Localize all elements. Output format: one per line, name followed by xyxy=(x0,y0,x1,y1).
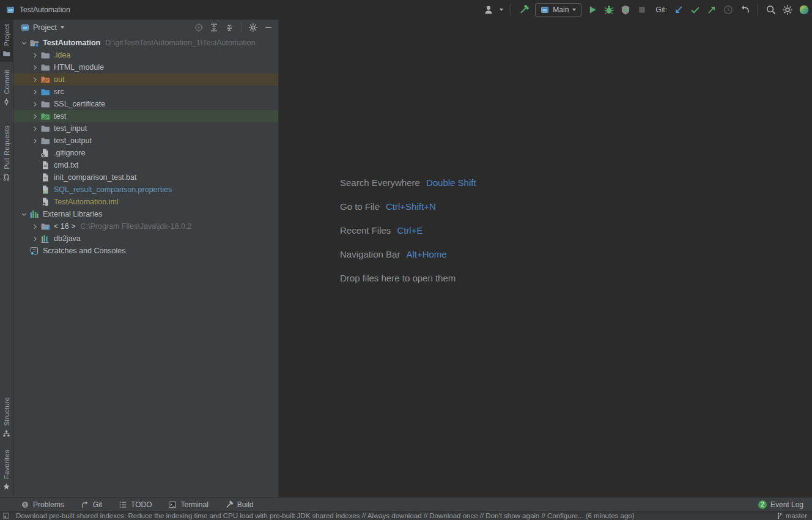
tree-item-sql-result-comparison-properties[interactable]: SQL_result_comparison.properties xyxy=(13,184,278,196)
toolwindow-button-label: Git xyxy=(93,500,102,509)
tree-item-src[interactable]: src xyxy=(13,86,278,98)
shortcut-keys: Ctrl+E xyxy=(397,225,423,236)
chevron-slot xyxy=(29,197,40,207)
run-config-selector[interactable]: Main xyxy=(535,3,581,17)
stripe-tab-label: Commit xyxy=(3,70,10,94)
project-view-caret-icon[interactable] xyxy=(61,26,64,29)
tree-item-label: init_comparison_test.bat xyxy=(54,173,137,182)
toolwindow-button-problems[interactable]: Problems xyxy=(21,500,64,509)
avatar-icon[interactable] xyxy=(799,4,810,15)
intellij-window: TestAutomation Main Git: xyxy=(0,0,812,520)
collapse-all-icon[interactable] xyxy=(224,23,234,32)
folder-icon xyxy=(40,124,50,133)
toolwindow-button-build[interactable]: Build xyxy=(225,500,254,509)
sidebar-item-structure[interactable]: Structure xyxy=(0,393,13,442)
tree-item-test[interactable]: test xyxy=(13,110,278,122)
chevron-right-icon[interactable] xyxy=(29,99,40,109)
tree-item-test-input[interactable]: test_input xyxy=(13,122,278,135)
git-update-icon[interactable] xyxy=(673,4,684,15)
tree-item-external-libraries[interactable]: External Libraries xyxy=(13,208,278,220)
search-icon[interactable] xyxy=(766,4,777,15)
chevron-down-icon[interactable] xyxy=(18,38,29,48)
tree-item-label: .idea xyxy=(54,51,70,59)
commit-icon xyxy=(2,98,10,106)
chevron-right-icon[interactable] xyxy=(29,87,40,97)
sidebar-item-commit[interactable]: Commit xyxy=(0,65,13,110)
tree-item-testautomation-iml[interactable]: TestAutomation.iml xyxy=(13,196,278,208)
chevron-right-icon[interactable] xyxy=(29,50,40,60)
tree-item-label: cmd.txt xyxy=(54,161,78,169)
chevron-right-icon[interactable] xyxy=(29,62,40,72)
tree-item-test-output[interactable]: test_output xyxy=(13,135,278,147)
tree-item-testautomation[interactable]: TestAutomationD:\gitTest\TestAutomation_… xyxy=(13,37,278,49)
event-log-badge: 2 xyxy=(758,500,767,509)
branch-name: master xyxy=(786,512,807,519)
tree-item-init-comparison-test-bat[interactable]: init_comparison_test.bat xyxy=(13,171,278,184)
chevron-right-icon[interactable] xyxy=(29,221,40,231)
sidebar-item-favorites[interactable]: Favorites xyxy=(0,445,13,495)
git-push-icon[interactable] xyxy=(706,4,717,15)
git-branch-widget[interactable]: master xyxy=(776,512,807,519)
chevron-right-icon[interactable] xyxy=(29,111,40,121)
test-folder-icon xyxy=(40,111,50,121)
tree-item-cmd-txt[interactable]: cmd.txt xyxy=(13,159,278,171)
chevron-right-icon[interactable] xyxy=(29,124,40,133)
settings-icon[interactable] xyxy=(782,4,793,15)
coverage-icon[interactable] xyxy=(620,4,631,15)
shortcut-hint-navigation-bar: Navigation BarAlt+Home xyxy=(340,248,476,260)
editor-shortcut-hints: Search EverywhereDouble ShiftGo to FileC… xyxy=(340,176,476,295)
panel-settings-icon[interactable] xyxy=(248,23,258,32)
status-message[interactable]: Download pre-built shared indexes: Reduc… xyxy=(16,512,635,519)
excluded-folder-icon xyxy=(40,75,50,84)
project-panel-header: Project xyxy=(13,20,278,35)
user-icon[interactable] xyxy=(483,4,494,15)
project-header-actions xyxy=(194,23,273,32)
git-toolwindow-icon xyxy=(81,500,89,509)
tree-item-idea[interactable]: .idea xyxy=(13,49,278,61)
git-commit-icon[interactable] xyxy=(690,4,701,15)
tree-item-out[interactable]: out xyxy=(13,73,278,86)
pull-requests-icon xyxy=(2,173,10,181)
chevron-slot xyxy=(29,148,40,158)
left-tool-stripe: ProjectCommitPull Requests StructureFavo… xyxy=(0,20,13,497)
build-hammer-icon[interactable] xyxy=(519,4,530,15)
event-log-button[interactable]: 2 Event Log xyxy=(758,500,803,509)
sidebar-item-pull-requests[interactable]: Pull Requests xyxy=(0,121,13,185)
hide-panel-icon[interactable] xyxy=(264,23,273,32)
project-panel: Project TestAutomationD:\gitTest\TestAut… xyxy=(13,20,279,497)
rollback-icon[interactable] xyxy=(739,4,750,15)
run-icon[interactable] xyxy=(587,4,598,15)
toolwindow-switcher-icon[interactable] xyxy=(2,512,10,519)
tree-item-ssl-certificate[interactable]: SSL_certificate xyxy=(13,98,278,110)
user-caret-icon[interactable] xyxy=(500,9,503,11)
chevron-down-icon[interactable] xyxy=(18,209,29,219)
tree-item-path: D:\gitTest\TestAutomation_1\TestAutomati… xyxy=(105,39,255,47)
project-folder-icon xyxy=(29,38,39,48)
sidebar-item-project[interactable]: Project xyxy=(0,20,13,62)
chevron-right-icon[interactable] xyxy=(29,75,40,84)
text-file-icon xyxy=(40,160,50,170)
tree-item-html-module[interactable]: HTML_module xyxy=(13,61,278,73)
tree-item-16[interactable]: < 16 >C:\Program Files\Java\jdk-16.0.2 xyxy=(13,220,278,232)
project-view-selector[interactable]: Project xyxy=(33,23,57,32)
expand-all-icon[interactable] xyxy=(209,23,219,32)
toolwindow-button-label: Problems xyxy=(33,500,64,509)
debug-icon[interactable] xyxy=(603,4,615,15)
tree-item-label: test_input xyxy=(54,124,87,133)
stripe-bottom-group: StructureFavorites xyxy=(0,393,13,495)
event-log-label: Event Log xyxy=(770,500,803,509)
tree-item-gitignore[interactable]: .gitignore xyxy=(13,147,278,159)
ignore-file-icon xyxy=(40,148,50,158)
chevron-right-icon[interactable] xyxy=(29,234,40,243)
toolwindow-button-todo[interactable]: TODO xyxy=(119,500,152,509)
chevron-right-icon[interactable] xyxy=(29,136,40,146)
tool-window-buttons: ProblemsGitTODOTerminalBuild xyxy=(21,500,270,509)
editor-area[interactable]: Search EverywhereDouble ShiftGo to FileC… xyxy=(279,20,812,497)
stripe-tab-label: Structure xyxy=(3,397,10,426)
build-icon xyxy=(225,500,234,509)
tree-item-db2java[interactable]: db2java xyxy=(13,232,278,245)
shortcut-action: Search Everywhere xyxy=(340,177,420,188)
toolwindow-button-git[interactable]: Git xyxy=(81,500,102,509)
toolwindow-button-terminal[interactable]: Terminal xyxy=(168,500,208,509)
tree-item-scratches-and-consoles[interactable]: Scratches and Consoles xyxy=(13,245,278,257)
